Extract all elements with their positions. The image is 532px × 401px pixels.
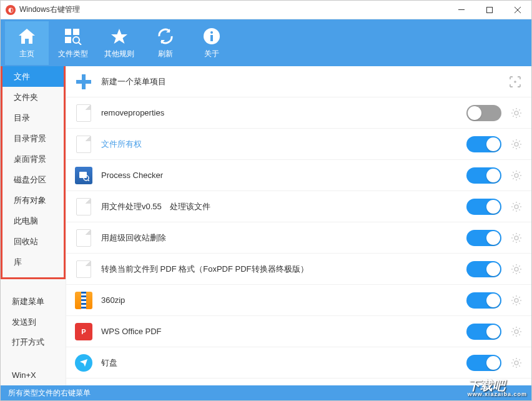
toolbar-home[interactable]: 主页	[5, 21, 49, 65]
settings-gear-icon[interactable]	[510, 232, 523, 244]
svg-point-86	[515, 361, 518, 365]
settings-gear-icon[interactable]	[510, 169, 523, 182]
toolbar-other-rules[interactable]: 其他规则	[97, 21, 141, 65]
target-icon[interactable]	[508, 74, 523, 89]
svg-line-75	[513, 303, 514, 304]
list-item[interactable]: 用超级回收站删除	[66, 222, 531, 254]
settings-gear-icon[interactable]	[510, 263, 523, 275]
new-item-row[interactable]: 新建一个菜单项目	[66, 66, 531, 97]
svg-line-94	[519, 359, 520, 360]
enable-toggle[interactable]	[466, 292, 501, 309]
svg-point-10	[514, 81, 516, 83]
toolbar-about[interactable]: 关于	[190, 21, 234, 65]
sidebar-item-thispc[interactable]: 此电脑	[2, 210, 64, 231]
app-icon: ◐	[6, 5, 16, 15]
settings-gear-icon[interactable]	[510, 357, 523, 369]
list-item[interactable]: removeproperties	[66, 97, 531, 129]
settings-gear-icon[interactable]	[510, 138, 523, 151]
enable-toggle[interactable]	[466, 324, 501, 340]
maximize-button[interactable]	[475, 1, 503, 19]
list-item[interactable]: 文件所有权	[66, 129, 531, 160]
refresh-icon	[155, 26, 175, 46]
toolbar: 主页 文件类型 其他规则 刷新 关于	[1, 19, 531, 66]
item-label: 文件所有权	[101, 139, 466, 150]
svg-rect-2	[65, 29, 71, 35]
svg-line-18	[513, 116, 514, 117]
item-icon: P	[75, 323, 92, 340]
sidebar-item-allobjects[interactable]: 所有对象	[2, 190, 64, 210]
sidebar-item-partition[interactable]: 磁盘分区	[2, 169, 64, 190]
sidebar-item-file[interactable]: 文件	[2, 66, 64, 87]
item-label: 360zip	[101, 295, 466, 305]
sidebar-item-openwith[interactable]: 打开方式	[1, 332, 66, 353]
svg-point-11	[515, 111, 518, 115]
sidebar-item-newmenu[interactable]: 新建菜单	[1, 292, 66, 312]
enable-toggle[interactable]	[466, 355, 501, 371]
svg-line-37	[513, 172, 514, 173]
sidebar-item-dirbg[interactable]: 目录背景	[2, 128, 64, 149]
sidebar-highlighted-group: 文件 文件夹 目录 目录背景 桌面背景 磁盘分区 所有对象 此电脑 回收站 库	[1, 66, 66, 279]
svg-line-31	[88, 180, 89, 181]
list-item[interactable]: 钉盘	[66, 347, 531, 379]
window-title: Windows右键管理	[19, 4, 447, 15]
item-icon	[75, 260, 92, 278]
list-item[interactable]: 用文件处理v0.55 处理该文件	[66, 191, 531, 222]
sidebar-item-folder[interactable]: 文件夹	[2, 87, 64, 107]
item-icon	[75, 198, 92, 215]
status-text: 所有类型文件的右键菜单	[8, 388, 91, 399]
body: 文件 文件夹 目录 目录背景 桌面背景 磁盘分区 所有对象 此电脑 回收站 库 …	[1, 66, 531, 385]
svg-rect-29	[79, 172, 87, 178]
svg-line-84	[513, 334, 514, 335]
settings-gear-icon[interactable]	[510, 294, 523, 307]
minimize-button[interactable]	[447, 1, 475, 19]
sidebar-item-directory[interactable]: 目录	[2, 107, 64, 128]
svg-point-50	[515, 236, 518, 240]
enable-toggle[interactable]	[466, 230, 501, 246]
list-item[interactable]: 360zip	[66, 285, 531, 316]
list-item[interactable]: PWPS Office PDF	[66, 316, 531, 347]
svg-point-59	[515, 267, 518, 271]
item-label: removeproperties	[101, 108, 466, 117]
list-item[interactable]: Process Checker	[66, 160, 531, 191]
list-item[interactable]: 转换当前文件到 PDF 格式（FoxPDF PDF转换器终极版）	[66, 254, 531, 285]
svg-line-19	[519, 109, 520, 111]
settings-gear-icon[interactable]	[510, 325, 523, 338]
svg-line-49	[519, 203, 520, 204]
item-icon	[75, 229, 92, 247]
toolbar-filetype[interactable]: 文件类型	[51, 21, 95, 65]
svg-rect-0	[458, 9, 465, 10]
statusbar: 所有类型文件的右键菜单	[1, 385, 531, 400]
settings-gear-icon[interactable]	[510, 200, 523, 213]
svg-line-28	[519, 141, 520, 142]
svg-line-39	[513, 178, 514, 179]
item-icon	[75, 104, 92, 122]
item-label: 用文件处理v0.55 处理该文件	[101, 201, 466, 212]
svg-rect-1	[486, 7, 492, 12]
enable-toggle[interactable]	[466, 105, 501, 121]
main-list[interactable]: 新建一个菜单项目 removeproperties文件所有权Process Ch…	[66, 66, 531, 385]
svg-point-41	[515, 205, 518, 209]
star-icon	[109, 26, 129, 46]
svg-line-16	[513, 109, 514, 111]
svg-line-17	[519, 116, 520, 117]
enable-toggle[interactable]	[466, 167, 501, 184]
toolbar-refresh[interactable]: 刷新	[144, 21, 187, 65]
enable-toggle[interactable]	[466, 199, 501, 215]
item-icon	[75, 354, 92, 372]
svg-rect-4	[65, 37, 71, 43]
sidebar-item-sendto[interactable]: 发送到	[1, 312, 66, 332]
svg-line-64	[513, 265, 514, 267]
svg-line-25	[513, 141, 514, 142]
window-controls	[447, 1, 531, 19]
enable-toggle[interactable]	[466, 261, 501, 277]
svg-line-47	[519, 209, 520, 210]
svg-line-40	[519, 172, 520, 173]
enable-toggle[interactable]	[466, 136, 501, 152]
svg-line-46	[513, 203, 514, 204]
settings-gear-icon[interactable]	[510, 107, 523, 119]
sidebar-item-recycle[interactable]: 回收站	[2, 231, 64, 252]
sidebar-item-library[interactable]: 库	[2, 252, 64, 272]
sidebar-item-desktopbg[interactable]: 桌面背景	[2, 149, 64, 169]
close-button[interactable]	[503, 1, 531, 19]
sidebar-item-winx[interactable]: Win+X	[1, 365, 66, 385]
